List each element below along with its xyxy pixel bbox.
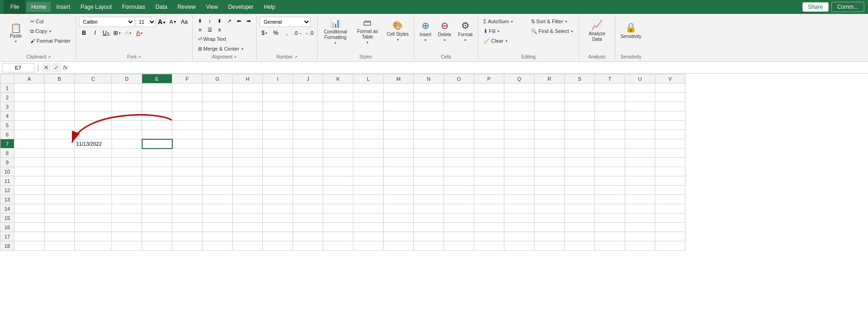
list-item[interactable]	[353, 130, 384, 139]
list-item[interactable]	[414, 130, 444, 139]
bold-button[interactable]: B	[79, 28, 89, 38]
file-menu[interactable]: File	[4, 0, 26, 14]
list-item[interactable]	[202, 195, 233, 204]
list-item[interactable]	[172, 121, 202, 130]
wrap-text-button[interactable]: ⏎ Wrap Text	[196, 34, 254, 44]
list-item[interactable]	[142, 149, 172, 158]
list-item[interactable]	[142, 130, 172, 139]
list-item[interactable]	[172, 84, 202, 93]
list-item[interactable]	[263, 139, 293, 149]
list-item[interactable]	[625, 232, 655, 241]
list-item[interactable]	[384, 93, 414, 102]
list-item[interactable]	[202, 158, 233, 167]
list-item[interactable]	[112, 176, 142, 186]
font-expand-icon[interactable]: ↗	[137, 55, 141, 59]
list-item[interactable]	[112, 223, 142, 232]
list-item[interactable]	[414, 167, 444, 176]
insert-button[interactable]: ⊕ Insert ▼	[417, 17, 434, 45]
list-item[interactable]	[414, 176, 444, 186]
conditional-formatting-button[interactable]: 📊 Conditional Formatting ▼	[320, 17, 351, 46]
col-header-R[interactable]: R	[535, 74, 565, 84]
list-item[interactable]	[444, 213, 474, 223]
list-item[interactable]	[595, 167, 625, 176]
list-item[interactable]	[293, 84, 323, 93]
list-item[interactable]	[202, 213, 233, 223]
list-item[interactable]	[353, 176, 384, 186]
list-item[interactable]	[444, 176, 474, 186]
list-item[interactable]	[414, 186, 444, 195]
list-item[interactable]	[45, 167, 75, 176]
list-item[interactable]	[353, 111, 384, 121]
paste-button[interactable]: 📋 Paste ▼	[5, 17, 27, 49]
analyze-data-button[interactable]: 📈 Analyze Data	[582, 17, 612, 45]
col-header-K[interactable]: K	[323, 74, 353, 84]
list-item[interactable]	[45, 223, 75, 232]
list-item[interactable]	[474, 158, 504, 167]
list-item[interactable]	[353, 84, 384, 93]
list-item[interactable]	[263, 232, 293, 241]
row-num-6[interactable]: 6	[0, 130, 14, 139]
alignment-expand-icon[interactable]: ↗	[233, 55, 237, 59]
list-item[interactable]	[535, 111, 565, 121]
list-item[interactable]	[504, 158, 535, 167]
row-num-11[interactable]: 11	[0, 176, 14, 186]
list-item[interactable]	[233, 232, 263, 241]
list-item[interactable]	[233, 176, 263, 186]
col-header-V[interactable]: V	[655, 74, 685, 84]
list-item[interactable]	[45, 186, 75, 195]
list-item[interactable]	[75, 204, 112, 213]
list-item[interactable]	[263, 223, 293, 232]
list-item[interactable]	[504, 149, 535, 158]
list-item[interactable]	[233, 167, 263, 176]
cell-styles-button[interactable]: 🎨 Cell Styles ▼	[385, 17, 411, 45]
list-item[interactable]	[293, 241, 323, 251]
list-item[interactable]	[14, 102, 45, 111]
list-item[interactable]	[112, 232, 142, 241]
list-item[interactable]	[263, 176, 293, 186]
list-item[interactable]: 11/13/2022	[75, 139, 112, 149]
list-item[interactable]	[45, 241, 75, 251]
list-item[interactable]	[172, 93, 202, 102]
list-item[interactable]	[142, 158, 172, 167]
list-item[interactable]	[474, 149, 504, 158]
list-item[interactable]	[625, 213, 655, 223]
col-header-I[interactable]: I	[263, 74, 293, 84]
row-num-17[interactable]: 17	[0, 232, 14, 241]
clear-button[interactable]: 🧹 Clear ▼	[481, 36, 528, 45]
list-item[interactable]	[202, 102, 233, 111]
list-item[interactable]	[384, 232, 414, 241]
decrease-font-button[interactable]: A▼	[168, 17, 178, 27]
number-format-select[interactable]: General	[260, 17, 311, 27]
list-item[interactable]	[75, 241, 112, 251]
list-item[interactable]	[655, 121, 685, 130]
list-item[interactable]	[414, 149, 444, 158]
list-item[interactable]	[384, 213, 414, 223]
list-item[interactable]	[565, 186, 595, 195]
list-item[interactable]	[293, 223, 323, 232]
list-item[interactable]	[112, 241, 142, 251]
row-num-16[interactable]: 16	[0, 223, 14, 232]
list-item[interactable]	[14, 93, 45, 102]
currency-button[interactable]: $ ▼	[260, 28, 270, 38]
list-item[interactable]	[293, 93, 323, 102]
list-item[interactable]	[504, 204, 535, 213]
list-item[interactable]	[112, 139, 142, 149]
list-item[interactable]	[504, 241, 535, 251]
list-item[interactable]	[323, 139, 353, 149]
list-item[interactable]	[655, 158, 685, 167]
list-item[interactable]	[172, 176, 202, 186]
list-item[interactable]	[45, 111, 75, 121]
list-item[interactable]	[535, 84, 565, 93]
list-item[interactable]	[565, 139, 595, 149]
list-item[interactable]	[655, 149, 685, 158]
list-item[interactable]	[625, 93, 655, 102]
list-item[interactable]	[444, 223, 474, 232]
share-button[interactable]: Share	[803, 2, 829, 12]
fill-color-button[interactable]: A ▼	[124, 28, 134, 38]
list-item[interactable]	[293, 176, 323, 186]
list-item[interactable]	[565, 149, 595, 158]
list-item[interactable]	[595, 111, 625, 121]
merge-center-button[interactable]: ⊞ Merge & Center ▼	[196, 44, 254, 53]
list-item[interactable]	[535, 139, 565, 149]
list-item[interactable]	[384, 223, 414, 232]
